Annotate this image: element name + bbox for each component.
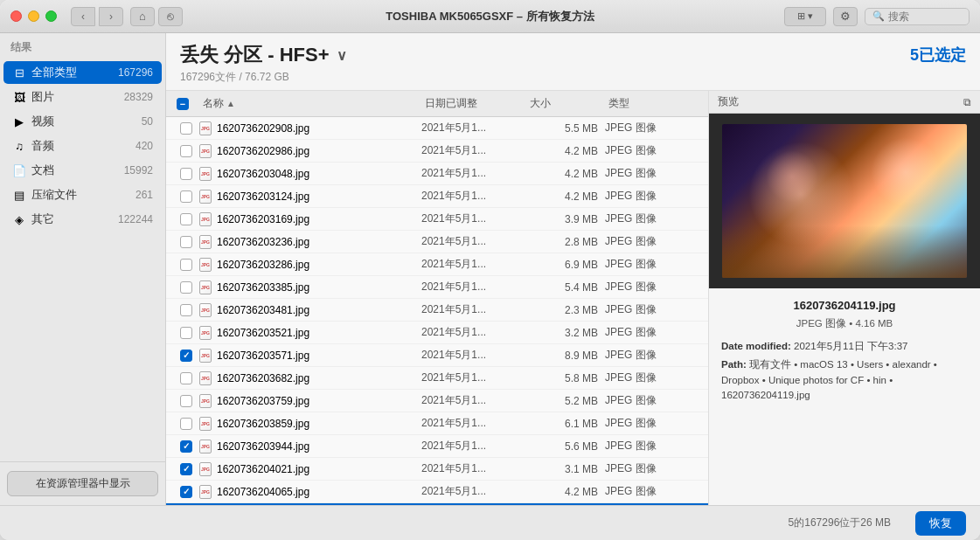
file-icon-4: JPG — [199, 212, 212, 226]
row-checkbox-10[interactable] — [180, 350, 192, 362]
search-icon: 🔍 — [872, 10, 885, 22]
cell-size-1: 4.2 MB — [526, 145, 605, 157]
table-row[interactable]: JPG 1620736203481.jpg 2021年5月1... 2.3 MB… — [166, 299, 708, 322]
row-checkbox-2[interactable] — [180, 168, 192, 180]
row-checkbox-11[interactable] — [180, 372, 192, 384]
cell-name-0: JPG 1620736202908.jpg — [199, 121, 421, 135]
header-name[interactable]: 名称 ▲ — [199, 94, 421, 113]
preview-panel: 预览 ⧉ 1620736204119.jpg JPEG 图像 • 4.16 MB — [709, 91, 980, 505]
table-row[interactable]: JPG 1620736203385.jpg 2021年5月1... 5.4 MB… — [166, 276, 708, 299]
file-name-8: 1620736203481.jpg — [217, 304, 309, 316]
preview-path-row: Path: 现有文件 • macOS 13 • Users • alexandr… — [721, 357, 968, 403]
content-header: 丢失 分区 - HFS+ ∨ 5已选定 167296文件 / 76.72 GB — [166, 33, 980, 91]
table-row[interactable]: JPG 1620736203682.jpg 2021年5月1... 5.8 MB… — [166, 367, 708, 390]
row-checkbox-8[interactable] — [180, 304, 192, 316]
file-name-4: 1620736203169.jpg — [217, 213, 309, 225]
table-row[interactable]: JPG 1620736203048.jpg 2021年5月1... 4.2 MB… — [166, 163, 708, 185]
row-checkbox-9[interactable] — [180, 327, 192, 339]
table-row[interactable]: JPG 1620736202908.jpg 2021年5月1... 5.5 MB… — [166, 117, 708, 140]
preview-path-label: Path: — [721, 359, 747, 370]
cell-type-16: JPEG 图像 — [605, 484, 701, 499]
row-checkbox-7[interactable] — [180, 281, 192, 294]
table-row[interactable]: JPG 1620736203521.jpg 2021年5月1... 3.2 MB… — [166, 322, 708, 344]
table-row[interactable]: JPG 1620736203286.jpg 2021年5月1... 6.9 MB… — [166, 253, 708, 276]
sidebar-item-other[interactable]: ◈ 其它 122244 — [3, 208, 162, 231]
preview-filename: 1620736204119.jpg — [721, 299, 968, 312]
forward-button[interactable]: › — [99, 7, 123, 26]
row-checkbox-4[interactable] — [180, 213, 192, 225]
cell-name-2: JPG 1620736203048.jpg — [199, 167, 421, 181]
cell-size-10: 8.9 MB — [526, 350, 605, 362]
close-button[interactable] — [10, 10, 22, 22]
cell-size-0: 5.5 MB — [526, 122, 605, 135]
main-window: ‹ › ⌂ ⎋ TOSHIBA MK5065GSXF – 所有恢复方法 ⊞ ▾ … — [0, 0, 980, 540]
cell-date-13: 2021年5月1... — [421, 416, 526, 431]
titlebar-right: ⊞ ▾ ⚙ 🔍 — [784, 7, 970, 26]
sidebar-item-docs[interactable]: 📄 文档 15992 — [3, 159, 162, 182]
cell-date-3: 2021年5月1... — [421, 189, 526, 204]
row-checkbox-15[interactable] — [180, 463, 192, 475]
table-row[interactable]: JPG 1620736203571.jpg 2021年5月1... 8.9 MB… — [166, 344, 708, 367]
row-checkbox-14[interactable] — [180, 440, 192, 453]
table-row[interactable]: JPG 1620736203169.jpg 2021年5月1... 3.9 MB… — [166, 208, 708, 231]
title-chevron-icon[interactable]: ∨ — [337, 47, 347, 64]
preview-image-container — [709, 114, 980, 288]
home-button[interactable]: ⌂ — [130, 7, 155, 26]
maximize-button[interactable] — [45, 10, 57, 22]
preview-copy-icon[interactable]: ⧉ — [963, 96, 971, 108]
cell-name-16: JPG 1620736204065.jpg — [199, 485, 421, 499]
view-toggle-button[interactable]: ⊞ ▾ — [784, 7, 826, 26]
header-size[interactable]: 大小 — [526, 94, 605, 113]
sidebar-item-all[interactable]: ⊟ 全部类型 167296 — [3, 61, 162, 84]
cell-size-13: 6.1 MB — [526, 418, 605, 430]
cell-date-10: 2021年5月1... — [421, 348, 526, 363]
preview-image — [722, 124, 967, 278]
cell-name-11: JPG 1620736203682.jpg — [199, 371, 421, 385]
row-checkbox-3[interactable] — [180, 190, 192, 203]
table-row[interactable]: JPG 1620736203124.jpg 2021年5月1... 4.2 MB… — [166, 185, 708, 208]
table-row[interactable]: JPG 1620736204021.jpg 2021年5月1... 3.1 MB… — [166, 458, 708, 481]
sidebar-item-audio[interactable]: ♫ 音频 420 — [3, 135, 162, 157]
sidebar-item-archives[interactable]: ▤ 压缩文件 261 — [3, 183, 162, 206]
share-button[interactable]: ⎋ — [158, 7, 183, 26]
cell-type-15: JPEG 图像 — [605, 461, 701, 476]
sidebar-item-video[interactable]: ▶ 视频 50 — [3, 110, 162, 133]
sidebar-footer: 在资源管理器中显示 — [0, 461, 165, 505]
toolbar-settings-button[interactable]: ⚙ — [833, 7, 858, 26]
table-row[interactable]: JPG 1620736203759.jpg 2021年5月1... 5.2 MB… — [166, 390, 708, 412]
restore-button[interactable]: 恢复 — [915, 511, 966, 536]
table-row[interactable]: JPG 1620736203944.jpg 2021年5月1... 5.6 MB… — [166, 435, 708, 458]
table-row[interactable]: JPG 1620736204065.jpg 2021年5月1... 4.2 MB… — [166, 481, 708, 503]
header-type[interactable]: 类型 — [605, 94, 701, 113]
header-date[interactable]: 日期已调整 — [421, 94, 526, 113]
content-title: 丢失 分区 - HFS+ ∨ — [180, 42, 347, 68]
cell-name-8: JPG 1620736203481.jpg — [199, 303, 421, 317]
table-row[interactable]: JPG 1620736203236.jpg 2021年5月1... 2.8 MB… — [166, 231, 708, 253]
back-button[interactable]: ‹ — [71, 7, 95, 26]
cell-type-5: JPEG 图像 — [605, 234, 701, 249]
file-icon-7: JPG — [199, 280, 212, 294]
bottom-bar: 5的167296位于26 MB 恢复 — [0, 505, 980, 540]
cell-date-2: 2021年5月1... — [421, 166, 526, 181]
row-checkbox-6[interactable] — [180, 259, 192, 271]
minimize-button[interactable] — [28, 10, 39, 22]
show-in-finder-button[interactable]: 在资源管理器中显示 — [7, 471, 158, 496]
cell-name-13: JPG 1620736203859.jpg — [199, 417, 421, 431]
file-name-3: 1620736203124.jpg — [217, 190, 309, 203]
file-icon-15: JPG — [199, 462, 212, 476]
sidebar-item-images[interactable]: 🖼 图片 28329 — [3, 86, 162, 108]
row-checkbox-16[interactable] — [180, 486, 192, 498]
cell-name-3: JPG 1620736203124.jpg — [199, 190, 421, 204]
sidebar-count-video: 50 — [142, 115, 153, 128]
row-checkbox-1[interactable] — [180, 145, 192, 157]
row-checkbox-0[interactable] — [180, 122, 192, 135]
row-checkbox-12[interactable] — [180, 395, 192, 407]
sidebar-label-docs: 文档 — [31, 163, 119, 178]
table-row[interactable]: JPG 1620736202986.jpg 2021年5月1... 4.2 MB… — [166, 140, 708, 163]
header-checkbox[interactable] — [177, 98, 189, 110]
file-icon-5: JPG — [199, 235, 212, 249]
row-checkbox-13[interactable] — [180, 418, 192, 430]
search-input[interactable] — [888, 10, 963, 23]
table-row[interactable]: JPG 1620736203859.jpg 2021年5月1... 6.1 MB… — [166, 412, 708, 435]
row-checkbox-5[interactable] — [180, 236, 192, 248]
